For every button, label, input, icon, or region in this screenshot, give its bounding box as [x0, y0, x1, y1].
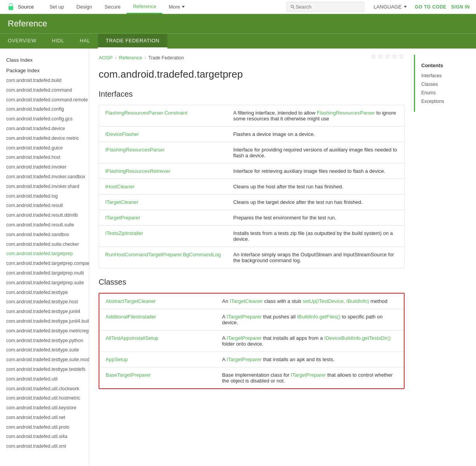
language-button[interactable]: LANGUAGE: [374, 4, 407, 10]
interface-desc-5: Cleans up the host after the test run ha…: [227, 179, 405, 195]
search-area[interactable]: [287, 2, 364, 12]
interface-link-iflashingresourcesparser[interactable]: IFlashingResourcesParser: [105, 147, 165, 153]
breadcrumb-reference[interactable]: Reference: [119, 55, 142, 61]
sidebar-link-host[interactable]: com.android.tradefed.host: [0, 153, 89, 162]
sidebar-link-device-metric[interactable]: com.android.tradefed.device.metric: [0, 134, 89, 143]
inline-link-itargetcleaner-1[interactable]: ITargetCleaner: [230, 298, 263, 304]
class-link-abstracttargetcleaner[interactable]: AbstractTargetCleaner: [106, 298, 156, 304]
sidebar-package-index[interactable]: Package Index: [0, 65, 89, 76]
search-input[interactable]: [295, 4, 354, 10]
sidebar-link-result-suite[interactable]: com.android.tradefed.result.suite: [0, 220, 89, 230]
inline-link-itargetpreparer-1[interactable]: ITargetPreparer: [227, 314, 262, 320]
star-5[interactable]: ☆: [398, 52, 405, 61]
tab-overview[interactable]: OVERVIEW: [0, 34, 44, 49]
star-1[interactable]: ☆: [370, 52, 377, 61]
sidebar-link-device[interactable]: com.android.tradefed.device: [0, 124, 89, 134]
class-link-appsetup[interactable]: AppSetup: [106, 356, 128, 362]
sidebar-link-testtype-suite-module[interactable]: com.android.tradefed.testtype.suite.modu…: [0, 355, 89, 365]
sidebar-link-command[interactable]: com.android.tradefed.command: [0, 85, 89, 95]
interfaces-table: FlashingResourcesParser.Constraint A fil…: [99, 105, 405, 268]
interface-link-ihostcleaner[interactable]: IHostCleaner: [105, 184, 135, 190]
sidebar-link-targetprep-suite[interactable]: com.android.tradefed.targetprep.suite: [0, 278, 89, 288]
table-row: ITargetCleaner Cleans up the target devi…: [99, 195, 405, 210]
sidebar-link-targetprep-companion[interactable]: com.android.tradefed.targetprep.companio…: [0, 259, 89, 268]
sidebar-link-command-remote[interactable]: com.android.tradefed.command.remote: [0, 95, 89, 105]
sidebar-link-testtype[interactable]: com.android.tradefed.testtype: [0, 288, 89, 297]
class-link-alltestappsinstallsetup[interactable]: AllTestAppsInstallSetup: [106, 335, 158, 341]
interface-link-itargetpreparer[interactable]: ITargetPreparer: [105, 215, 140, 221]
toc-item-interfaces[interactable]: Interfaces: [415, 71, 476, 80]
inline-link-itargetpreparer-3[interactable]: ITargetPreparer: [227, 356, 262, 362]
sidebar-link-result-ddmlib[interactable]: com.android.tradefed.result.ddmlib: [0, 210, 89, 220]
toc-item-classes[interactable]: Classes: [415, 80, 476, 89]
nav-setup[interactable]: Set up: [43, 0, 70, 14]
nav-more[interactable]: More: [162, 0, 191, 14]
inline-link-flashingresourcesparser[interactable]: FlashingResourcesParser: [317, 110, 375, 116]
sidebar-link-config[interactable]: com.android.tradefed.config: [0, 104, 89, 114]
interface-link-ideviceflasher[interactable]: IDeviceFlasher: [105, 131, 139, 137]
inline-link-itargetpreparer-4[interactable]: ITargetPreparer: [291, 372, 326, 378]
breadcrumb-row: AOSP › Reference › Trade Federation ☆ ☆ …: [99, 49, 405, 64]
sidebar-link-util-keystore[interactable]: com.android.tradefed.util.keystore: [0, 403, 89, 413]
goto-code-button[interactable]: GO TO CODE: [415, 4, 446, 10]
sidebar-link-log[interactable]: com.android.tradefed.log: [0, 191, 89, 201]
sidebar-link-testtype-python[interactable]: com.android.tradefed.testtype.python: [0, 336, 89, 346]
interface-link-iflashingresourcesretriever[interactable]: IFlashingResourcesRetriever: [105, 168, 170, 174]
sidebar-link-targetprep[interactable]: com.android.tradefed.targetprep: [0, 249, 89, 259]
sidebar-link-testtype-junit4-builder[interactable]: com.android.tradefed.testtype.junit4.bui…: [0, 316, 89, 326]
tab-hidl[interactable]: HIDL: [44, 34, 72, 49]
sidebar-link-testtype-host[interactable]: com.android.tradefed.testtype.host: [0, 297, 89, 307]
sidebar-link-testtype-suite[interactable]: com.android.tradefed.testtype.suite: [0, 345, 89, 355]
sidebar-link-sandbox[interactable]: com.android.tradefed.sandbox: [0, 230, 89, 240]
nav-design[interactable]: Design: [70, 0, 98, 14]
interface-link-flashing-constraint[interactable]: FlashingResourcesParser.Constraint: [105, 110, 188, 116]
interface-link-runhostcommand-bgcommandlog[interactable]: RunHostCommandTargetPreparer.BgCommandLo…: [105, 252, 221, 257]
sidebar-class-index[interactable]: Class Index: [0, 55, 89, 65]
sidebar-link-util-clockwork[interactable]: com.android.tradefed.util.clockwork: [0, 384, 89, 394]
sidebar-link-invoker-sandbox[interactable]: com.android.tradefed.invoker.sandbox: [0, 172, 89, 182]
sidebar-link-invoker[interactable]: com.android.tradefed.invoker: [0, 162, 89, 172]
sign-in-button[interactable]: SIGN IN: [451, 4, 470, 10]
sidebar-link-util-proto[interactable]: com.android.tradefed.util.proto: [0, 423, 89, 432]
sidebar-link-util-net[interactable]: com.android.tradefed.util.net: [0, 413, 89, 423]
sidebar-link-guice[interactable]: com.android.tradefed.guice: [0, 143, 89, 153]
inline-link-setup-itestdevice[interactable]: setUp(ITestDevice, IBuildInfo): [302, 298, 369, 304]
sidebar-link-suite-checker[interactable]: com.android.tradefed.suite.checker: [0, 240, 89, 249]
class-link-basetargetpreparer[interactable]: BaseTargetPreparer: [106, 372, 151, 378]
breadcrumb-aosp[interactable]: AOSP: [99, 55, 113, 61]
table-row: IHostCleaner Cleans up the host after th…: [99, 179, 405, 195]
sidebar-link-util-hostmetric[interactable]: com.android.tradefed.util.hostmetric: [0, 393, 89, 403]
sidebar-link-testtype-junit4[interactable]: com.android.tradefed.testtype.junit4: [0, 307, 89, 316]
interface-link-itestszipinstaller[interactable]: ITestsZipInstaller: [105, 230, 143, 236]
nav-secure[interactable]: Secure: [98, 0, 127, 14]
tab-hal[interactable]: HAL: [72, 34, 98, 49]
star-3[interactable]: ☆: [384, 52, 391, 61]
inline-link-itargetpreparer-2[interactable]: ITargetPreparer: [227, 335, 262, 341]
nav-reference[interactable]: Reference: [127, 0, 162, 14]
sidebar-link-build[interactable]: com.android.tradefed.build: [0, 76, 89, 85]
sidebar-link-util-xml[interactable]: com.android.tradefed.util.xml: [0, 442, 89, 451]
interface-link-itargetcleaner[interactable]: ITargetCleaner: [105, 199, 138, 205]
tab-trade-federation[interactable]: TRADE FEDERATION: [98, 34, 167, 49]
sidebar-link-config-gcs[interactable]: com.android.tradefed.config.gcs: [0, 114, 89, 124]
sidebar-link-result[interactable]: com.android.tradefed.result: [0, 201, 89, 210]
sidebar-link-testtype-testdefs[interactable]: com.android.tradefed.testtype.testdefs: [0, 365, 89, 374]
inline-link-ibuildinfo-getfiles[interactable]: IBuildInfo.getFiles(): [297, 314, 340, 320]
star-2[interactable]: ☆: [377, 52, 384, 61]
logo[interactable]: Source: [6, 2, 34, 12]
android-logo-icon: [6, 2, 16, 12]
toc-item-exceptions[interactable]: Exceptions: [415, 97, 476, 106]
sidebar-link-targetprep-multi[interactable]: com.android.tradefed.targetprep.multi: [0, 268, 89, 278]
sidebar-link-testtype-metricregression[interactable]: com.android.tradefed.testtype.metricregr…: [0, 326, 89, 336]
sidebar-link-util[interactable]: com.android.tradefed.util: [0, 374, 89, 384]
inline-link-idevicebuildinfo-gettestsdir[interactable]: IDeviceBuildInfo.getTestsDir(): [324, 335, 391, 341]
table-row: IFlashingResourcesParser Interface for p…: [99, 142, 405, 163]
logo-text: Source: [18, 4, 34, 10]
interface-desc-2: Flashes a device image on a device.: [227, 127, 405, 142]
class-link-additionalfilesinstaller[interactable]: AdditionalFilesInstaller: [106, 314, 156, 320]
sidebar-link-util-sl4a[interactable]: com.android.tradefed.util.sl4a: [0, 432, 89, 442]
sidebar-link-invoker-shard[interactable]: com.android.tradefed.invoker.shard: [0, 182, 89, 191]
star-rating[interactable]: ☆ ☆ ☆ ☆ ☆: [370, 52, 405, 61]
toc-item-enums[interactable]: Enums: [415, 89, 476, 97]
star-4[interactable]: ☆: [391, 52, 398, 61]
